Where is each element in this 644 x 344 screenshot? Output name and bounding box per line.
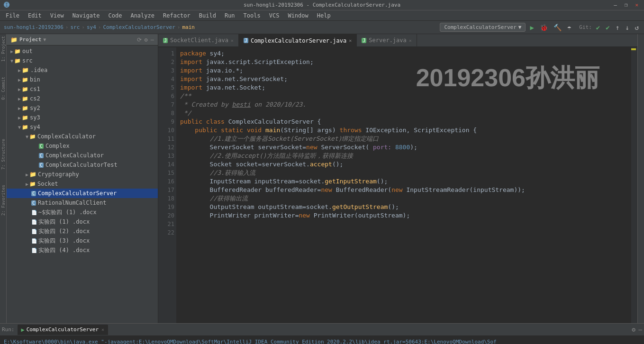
tree-arrow-icon: ▶ (26, 172, 28, 177)
tree-node-icon: C (39, 163, 44, 168)
git-pull[interactable]: ↓ (624, 24, 630, 31)
tree-node-icon: 📁 (22, 96, 28, 102)
project-title: Project (19, 36, 41, 43)
tree-node-label: out (22, 48, 33, 54)
bottom-tab-right: ⚙ — (632, 326, 642, 333)
tree-row[interactable]: ▶📁cs2 (7, 94, 158, 103)
tree-row[interactable]: ▶📁sy2 (7, 103, 158, 113)
tree-row[interactable]: ▼📁src (7, 56, 158, 65)
tab-close-btn[interactable]: ✕ (231, 38, 234, 43)
menu-item-edit[interactable]: Edit (24, 11, 45, 20)
run-tab-label: ComplexCalculatorServer (27, 326, 99, 333)
editor-content: 20192306孙洪丽 1234567891011121314151617181… (158, 47, 637, 323)
breadcrumb-method[interactable]: main (182, 24, 195, 30)
breadcrumb-class[interactable]: ComplexCalculatorServer (103, 24, 175, 30)
tab-close-btn[interactable]: ✕ (409, 38, 412, 43)
menu-item-navigate[interactable]: Navigate (69, 11, 104, 20)
menu-item-code[interactable]: Code (105, 11, 126, 20)
tree-node-label: 实验四 (1) .docx (38, 218, 90, 226)
menu-item-refactor[interactable]: Refactor (159, 11, 194, 20)
tree-node-icon: 📄 (31, 248, 37, 253)
tree-row[interactable]: 📄~$实验四 (1) .docx (7, 208, 158, 217)
editor-tab-2[interactable]: JServer.java✕ (357, 34, 417, 46)
breadcrumb-sep-4: › (177, 24, 181, 30)
project-strip-label[interactable]: 1: Project (1, 36, 6, 62)
menu-item-vcs[interactable]: VCS (265, 11, 283, 20)
maximize-button[interactable]: ❐ (623, 2, 630, 8)
tree-row[interactable]: ▶📁sy3 (7, 113, 158, 122)
menu-item-analyze[interactable]: Analyze (127, 11, 158, 20)
run-tab-close[interactable]: ✕ (101, 327, 104, 332)
menu-item-run[interactable]: Run (221, 11, 239, 20)
tree-row[interactable]: 📄实验四 (3) .docx (7, 236, 158, 245)
tree-row[interactable]: 📄实验四 (2) .docx (7, 226, 158, 236)
git-revert[interactable]: ↺ (634, 24, 640, 31)
tree-node-label: sy3 (30, 114, 40, 121)
run-button[interactable]: ▶ (528, 24, 535, 31)
tree-row[interactable]: ▶📁.idea (7, 65, 158, 75)
tree-node-icon: 📁 (22, 124, 28, 130)
commit-strip-label[interactable]: 0: Commit (1, 77, 6, 100)
tree-row[interactable]: CComplexCalculatorTest (7, 160, 158, 170)
tree-row[interactable]: 📄实验四 (4) .docx (7, 245, 158, 255)
tree-node-label: sy4 (30, 124, 40, 130)
git-check-1[interactable]: ✔ (595, 24, 601, 31)
run-config-arrow: ▼ (518, 24, 522, 30)
menu-item-view[interactable]: View (46, 11, 68, 20)
sync-icon[interactable]: ⟳ (137, 36, 142, 43)
tree-arrow-icon: ▶ (18, 115, 21, 120)
tree-row[interactable]: ▶📁Socket (7, 179, 158, 189)
tree-node-icon: 📁 (14, 48, 21, 54)
tree-node-label: ComplexCalculatorServer (38, 190, 117, 197)
build-button[interactable]: 🔨 (552, 24, 563, 31)
tree-row[interactable]: ▼📁sy4 (7, 122, 158, 132)
run-config[interactable]: ComplexCalculatorServer ▼ (440, 23, 526, 32)
coverage-button[interactable]: ☂ (566, 24, 572, 31)
tree-row[interactable]: ▶📁bin (7, 75, 158, 84)
tree-node-icon: 📁 (22, 86, 28, 92)
menu-item-window[interactable]: Window (284, 11, 312, 20)
tree-row[interactable]: CComplex (7, 141, 158, 151)
tree-row[interactable]: CRationalNumCalClient (7, 198, 158, 208)
git-push[interactable]: ↑ (614, 24, 621, 31)
toolbar-right: ComplexCalculatorServer ▼ ▶ 🐞 🔨 ☂ Git: ✔… (440, 23, 640, 32)
console-settings-icon[interactable]: ⚙ (632, 326, 635, 333)
breadcrumb-sep-1: › (65, 24, 69, 30)
tree-row[interactable]: CComplexCalculatorServer (7, 189, 158, 198)
breadcrumb-sep-2: › (82, 24, 85, 30)
menu-item-tools[interactable]: Tools (240, 11, 264, 20)
tree-node-label: cs2 (30, 95, 40, 102)
editor-tab-0[interactable]: JSocketClient.java✕ (158, 34, 239, 46)
toolbar: sun-hongli-20192306 › src › sy4 › Comple… (0, 21, 644, 34)
tree-row[interactable]: ▼📁ComplexCalculator (7, 132, 158, 141)
tree-row[interactable]: ▶📁cs1 (7, 84, 158, 94)
hide-icon[interactable]: — (151, 36, 154, 43)
breadcrumb-project[interactable]: sun-hongli-20192306 (4, 24, 63, 30)
structure-strip-label[interactable]: 7: Structure (1, 139, 6, 170)
code-editor[interactable]: package sy4;import javax.script.ScriptEx… (176, 47, 631, 323)
menu-item-build[interactable]: Build (195, 11, 220, 20)
tree-node-label: src (22, 57, 33, 64)
tree-row[interactable]: ▶📁out (7, 46, 158, 56)
console-close-icon[interactable]: — (638, 326, 642, 333)
breadcrumb-src[interactable]: src (70, 24, 80, 30)
debug-button[interactable]: 🐞 (538, 24, 549, 31)
tree-row[interactable]: ▶📁Cryptography (7, 170, 158, 179)
tree-row[interactable]: CComplexCalculator (7, 151, 158, 160)
minimize-button[interactable]: — (612, 2, 619, 8)
menu-item-help[interactable]: Help (313, 11, 335, 20)
run-tab[interactable]: ▶ ComplexCalculatorServer ✕ (18, 325, 109, 335)
tab-label: Server.java (369, 37, 406, 44)
project-header-icons: ⟳ ⚙ — (137, 36, 154, 43)
settings-icon[interactable]: ⚙ (145, 36, 148, 43)
favorites-strip-label[interactable]: 2: Favorites (1, 185, 6, 216)
git-check-2[interactable]: ✔ (604, 24, 611, 31)
editor-tab-1[interactable]: JComplexCalculatorServer.java✕ (239, 34, 357, 46)
project-dropdown-icon[interactable]: ▼ (43, 37, 46, 42)
breadcrumb-sy4[interactable]: sy4 (87, 24, 96, 30)
tab-close-btn[interactable]: ✕ (349, 38, 352, 43)
close-button[interactable]: ✕ (633, 2, 640, 8)
tree-node-label: sy2 (30, 105, 40, 111)
menu-item-file[interactable]: File (2, 11, 23, 20)
tree-row[interactable]: 📄实验四 (1) .docx (7, 217, 158, 226)
